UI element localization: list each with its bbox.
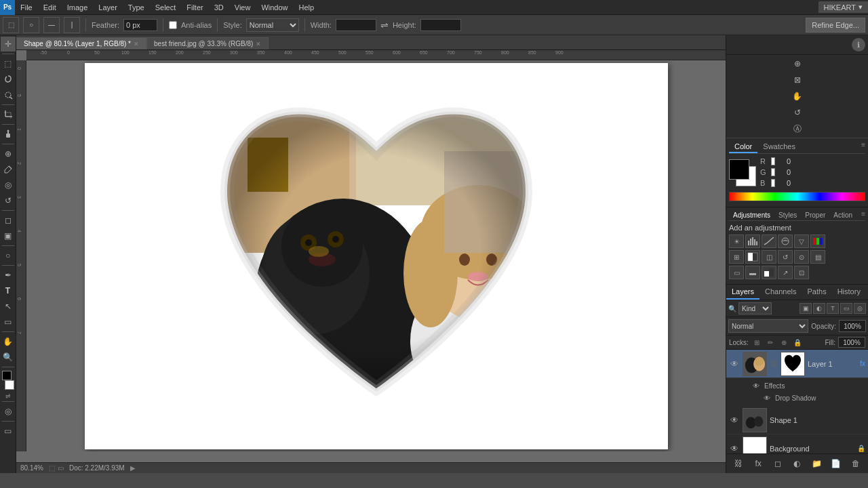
adj-vibrance-icon[interactable]: ▽ [794,235,809,248]
history-brush-tool[interactable]: ↺ [1,193,16,208]
blend-mode-select[interactable]: Normal Multiply Screen [728,319,808,333]
adj-levels-icon[interactable] [745,235,760,248]
tool-options-marquee-ellipse[interactable]: ○ [23,17,39,33]
crop-tool[interactable] [1,107,16,122]
adj-panel-menu[interactable]: ≡ [861,210,865,220]
quick-select-tool[interactable] [1,87,16,102]
shape-tool[interactable]: ▭ [1,314,16,329]
adj-brightness-icon[interactable]: ☀ [729,235,744,248]
gradient-tool[interactable]: ▣ [1,228,16,243]
menu-view[interactable]: View [229,2,256,13]
side-tool-1[interactable]: ⊕ [790,56,805,71]
height-input[interactable] [420,19,461,31]
healing-brush-tool[interactable]: ⊕ [1,146,16,161]
tab-best-friend[interactable]: best friend.jpg @ 33.3% (RGB/8) ✕ [146,37,269,49]
canvas-document[interactable] [85,63,668,449]
menu-3d[interactable]: 3D [209,2,229,13]
adj-photofilter-icon[interactable]: ◫ [762,250,776,264]
opacity-input[interactable] [839,320,866,332]
fg-color-square[interactable] [729,159,749,180]
adj-selectivecolor-icon[interactable]: ⊡ [794,266,809,279]
clone-stamp-tool[interactable]: ◎ [1,178,16,192]
add-mask-btn[interactable]: ◻ [771,457,785,470]
switch-colors[interactable]: ⇌ [5,392,11,399]
tool-options-marquee-rect[interactable]: ⬚ [3,17,19,33]
adj-colorbalance-icon[interactable]: ⊞ [729,250,744,264]
tab-paths[interactable]: Paths [802,285,832,300]
style-select[interactable]: Normal Fixed Ratio Fixed Size [246,18,299,32]
hand-tool[interactable]: ✋ [1,334,16,349]
adj-gradientmap-icon[interactable]: ↗ [778,266,793,279]
tool-options-col[interactable]: | [64,17,80,33]
lasso-tool[interactable] [1,72,16,87]
tab-swatches[interactable]: Swatches [757,141,801,153]
filter-smart-icon[interactable]: ◎ [854,303,866,314]
layer1-fx[interactable]: fx [860,360,865,367]
tab-styles[interactable]: Styles [774,210,801,220]
shape1-visibility[interactable]: 👁 [729,415,740,426]
blue-slider[interactable] [771,179,775,187]
tool-options-row[interactable]: — [43,17,60,33]
tab-shape-close[interactable]: ✕ [134,41,139,47]
filter-type-icon[interactable]: T [827,303,839,314]
adj-hsl-icon[interactable] [810,235,825,248]
filter-adj-icon[interactable]: ◐ [813,303,825,314]
new-layer-btn[interactable]: 📄 [829,457,843,470]
refine-edge-button[interactable]: Refine Edge... [806,18,865,33]
green-slider[interactable] [771,168,775,176]
pen-tool[interactable]: ✒ [1,268,16,283]
tab-color[interactable]: Color [729,141,757,153]
tab-channels[interactable]: Channels [760,285,802,300]
adj-colorlookup-icon[interactable]: ⊙ [794,250,809,264]
new-group-btn[interactable]: 📁 [810,457,823,470]
adj-exposure-icon[interactable] [778,235,793,248]
layer-item-shape1[interactable]: 👁 Shape 1 [726,406,868,434]
swap-dimensions-icon[interactable]: ⇌ [380,20,389,30]
menu-edit[interactable]: Edit [38,2,62,13]
eraser-tool[interactable]: ◻ [1,213,16,228]
lock-transparent-icon[interactable]: ⊞ [751,337,762,348]
tab-best-friend-close[interactable]: ✕ [256,41,261,47]
adj-channelmixer-icon[interactable]: ↺ [778,250,793,264]
adj-curves-icon[interactable] [762,235,776,248]
tab-shape[interactable]: Shape @ 80.1% (Layer 1, RGB/8) * ✕ [16,37,146,49]
layer-item-background[interactable]: 👁 Background 🔒 [726,434,868,453]
red-slider[interactable] [771,157,775,165]
side-tool-4[interactable]: ↺ [790,105,805,120]
brush-tool[interactable] [1,162,16,177]
menu-image[interactable]: Image [62,2,94,13]
status-icon-1[interactable]: ⬚ [49,464,55,472]
layer1-visibility[interactable]: 👁 [729,359,740,369]
switch-icon[interactable]: ⇌ [5,392,11,399]
move-tool[interactable]: ✛ [1,37,16,52]
eyedropper-tool[interactable] [1,127,16,142]
effects-visibility[interactable]: 👁 [751,380,762,391]
color-gradient-bar[interactable] [729,192,865,201]
adj-posterize-icon[interactable]: ▬ [745,266,760,279]
adj-threshold-icon[interactable] [762,266,776,279]
color-panel-menu[interactable]: ≡ [861,141,865,153]
feather-input[interactable] [123,19,157,31]
screen-mode-tool[interactable]: ▭ [1,424,16,439]
background-visibility[interactable]: 👁 [729,443,740,454]
path-select-tool[interactable]: ↖ [1,299,16,314]
color-swatches[interactable] [1,371,16,390]
layer-item-layer1[interactable]: 👁 ⛓ [726,350,868,378]
filter-kind-select[interactable]: Kind Name Effect [738,302,772,314]
side-tool-5[interactable]: Ⓐ [790,121,805,136]
lock-position-icon[interactable]: ⊕ [778,337,789,348]
tab-adjustments[interactable]: Adjustments [729,210,774,220]
menu-help[interactable]: Help [294,2,320,13]
drop-shadow-visibility[interactable]: 👁 [762,392,772,403]
quick-mask-tool[interactable]: ◎ [1,404,16,419]
user-profile[interactable]: HIKEART ▾ [818,1,868,13]
dodge-tool[interactable]: ○ [1,248,16,263]
link-layers-btn[interactable]: ⛓ [732,457,745,470]
lock-all-icon[interactable]: 🔒 [792,337,803,348]
zoom-tool[interactable]: 🔍 [1,350,16,365]
menu-file[interactable]: File [15,2,38,13]
fg-color-swatch[interactable] [2,371,12,380]
add-adjustment-btn[interactable]: ◐ [790,457,804,470]
color-swatches-fg-bg[interactable] [729,159,756,186]
menu-type[interactable]: Type [123,2,150,13]
